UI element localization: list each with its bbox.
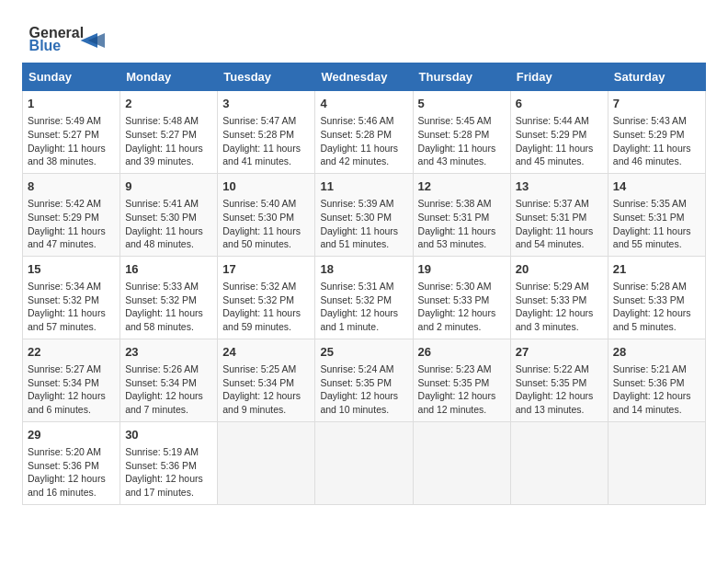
- week-row-3: 15Sunrise: 5:34 AMSunset: 5:32 PMDayligh…: [23, 256, 706, 339]
- day-number: 14: [613, 178, 700, 195]
- weekday-header-sunday: Sunday: [23, 63, 120, 91]
- calendar-cell: [315, 421, 413, 504]
- calendar-table: SundayMondayTuesdayWednesdayThursdayFrid…: [22, 63, 706, 505]
- cell-info: Sunrise: 5:34 AMSunset: 5:32 PMDaylight:…: [28, 280, 115, 334]
- calendar-cell: 18Sunrise: 5:31 AMSunset: 5:32 PMDayligh…: [315, 256, 413, 339]
- weekday-header-row: SundayMondayTuesdayWednesdayThursdayFrid…: [23, 63, 706, 91]
- weekday-header-friday: Friday: [510, 63, 608, 91]
- calendar-cell: 17Sunrise: 5:32 AMSunset: 5:32 PMDayligh…: [218, 256, 315, 339]
- cell-info: Sunrise: 5:37 AMSunset: 5:31 PMDaylight:…: [516, 197, 603, 251]
- day-number: 18: [320, 261, 407, 278]
- cell-info: Sunrise: 5:33 AMSunset: 5:32 PMDaylight:…: [125, 280, 212, 334]
- calendar-cell: 11Sunrise: 5:39 AMSunset: 5:30 PMDayligh…: [315, 173, 413, 256]
- calendar-cell: [413, 421, 510, 504]
- cell-info: Sunrise: 5:48 AMSunset: 5:27 PMDaylight:…: [125, 114, 212, 168]
- cell-info: Sunrise: 5:31 AMSunset: 5:32 PMDaylight:…: [320, 280, 407, 334]
- cell-info: Sunrise: 5:35 AMSunset: 5:31 PMDaylight:…: [613, 197, 700, 251]
- day-number: 17: [222, 261, 310, 278]
- day-number: 27: [516, 344, 603, 361]
- calendar-cell: 3Sunrise: 5:47 AMSunset: 5:28 PMDaylight…: [218, 91, 315, 174]
- day-number: 23: [125, 344, 212, 361]
- cell-info: Sunrise: 5:24 AMSunset: 5:35 PMDaylight:…: [320, 362, 407, 417]
- cell-info: Sunrise: 5:38 AMSunset: 5:31 PMDaylight:…: [418, 197, 506, 251]
- calendar-cell: 22Sunrise: 5:27 AMSunset: 5:34 PMDayligh…: [23, 339, 120, 421]
- header: General Blue: [22, 18, 706, 55]
- cell-info: Sunrise: 5:27 AMSunset: 5:34 PMDaylight:…: [28, 362, 115, 417]
- day-number: 26: [418, 344, 506, 361]
- calendar-cell: 1Sunrise: 5:49 AMSunset: 5:27 PMDaylight…: [23, 91, 120, 174]
- day-number: 7: [613, 96, 700, 112]
- weekday-header-monday: Monday: [120, 63, 218, 91]
- calendar-cell: 15Sunrise: 5:34 AMSunset: 5:32 PMDayligh…: [23, 256, 120, 339]
- calendar-cell: 25Sunrise: 5:24 AMSunset: 5:35 PMDayligh…: [315, 339, 413, 421]
- day-number: 13: [516, 178, 603, 195]
- calendar-cell: 21Sunrise: 5:28 AMSunset: 5:33 PMDayligh…: [608, 256, 705, 339]
- day-number: 3: [222, 96, 310, 112]
- cell-info: Sunrise: 5:43 AMSunset: 5:29 PMDaylight:…: [613, 114, 700, 168]
- cell-info: Sunrise: 5:40 AMSunset: 5:30 PMDaylight:…: [222, 197, 310, 251]
- cell-info: Sunrise: 5:26 AMSunset: 5:34 PMDaylight:…: [125, 362, 212, 417]
- day-number: 29: [28, 427, 115, 443]
- week-row-2: 8Sunrise: 5:42 AMSunset: 5:29 PMDaylight…: [23, 173, 706, 256]
- calendar-cell: [218, 421, 315, 504]
- logo: General Blue: [22, 18, 114, 55]
- svg-text:Blue: Blue: [29, 38, 62, 53]
- cell-info: Sunrise: 5:21 AMSunset: 5:36 PMDaylight:…: [613, 362, 700, 417]
- day-number: 21: [613, 261, 700, 278]
- calendar-cell: 10Sunrise: 5:40 AMSunset: 5:30 PMDayligh…: [218, 173, 315, 256]
- calendar-cell: 29Sunrise: 5:20 AMSunset: 5:36 PMDayligh…: [23, 421, 120, 504]
- calendar-cell: 2Sunrise: 5:48 AMSunset: 5:27 PMDaylight…: [120, 91, 218, 174]
- day-number: 9: [125, 178, 212, 195]
- cell-info: Sunrise: 5:44 AMSunset: 5:29 PMDaylight:…: [516, 114, 603, 168]
- day-number: 20: [516, 261, 603, 278]
- calendar-cell: [608, 421, 705, 504]
- calendar-cell: 19Sunrise: 5:30 AMSunset: 5:33 PMDayligh…: [413, 256, 510, 339]
- weekday-header-wednesday: Wednesday: [315, 63, 413, 91]
- calendar-cell: 27Sunrise: 5:22 AMSunset: 5:35 PMDayligh…: [510, 339, 608, 421]
- day-number: 25: [320, 344, 407, 361]
- day-number: 11: [320, 178, 407, 195]
- calendar-cell: 24Sunrise: 5:25 AMSunset: 5:34 PMDayligh…: [218, 339, 315, 421]
- calendar-cell: 26Sunrise: 5:23 AMSunset: 5:35 PMDayligh…: [413, 339, 510, 421]
- day-number: 15: [28, 261, 115, 278]
- cell-info: Sunrise: 5:19 AMSunset: 5:36 PMDaylight:…: [125, 445, 212, 500]
- cell-info: Sunrise: 5:47 AMSunset: 5:28 PMDaylight:…: [222, 114, 310, 168]
- day-number: 6: [516, 96, 603, 112]
- day-number: 2: [125, 96, 212, 112]
- weekday-header-saturday: Saturday: [608, 63, 705, 91]
- day-number: 1: [28, 96, 115, 112]
- calendar-cell: 16Sunrise: 5:33 AMSunset: 5:32 PMDayligh…: [120, 256, 218, 339]
- cell-info: Sunrise: 5:39 AMSunset: 5:30 PMDaylight:…: [320, 197, 407, 251]
- cell-info: Sunrise: 5:41 AMSunset: 5:30 PMDaylight:…: [125, 197, 212, 251]
- logo-svg: General Blue: [22, 18, 114, 55]
- calendar-cell: 12Sunrise: 5:38 AMSunset: 5:31 PMDayligh…: [413, 173, 510, 256]
- cell-info: Sunrise: 5:22 AMSunset: 5:35 PMDaylight:…: [516, 362, 603, 417]
- day-number: 19: [418, 261, 506, 278]
- calendar-cell: 5Sunrise: 5:45 AMSunset: 5:28 PMDaylight…: [413, 91, 510, 174]
- cell-info: Sunrise: 5:42 AMSunset: 5:29 PMDaylight:…: [28, 197, 115, 251]
- calendar-cell: 13Sunrise: 5:37 AMSunset: 5:31 PMDayligh…: [510, 173, 608, 256]
- calendar-cell: 6Sunrise: 5:44 AMSunset: 5:29 PMDaylight…: [510, 91, 608, 174]
- calendar-cell: 20Sunrise: 5:29 AMSunset: 5:33 PMDayligh…: [510, 256, 608, 339]
- calendar-cell: 23Sunrise: 5:26 AMSunset: 5:34 PMDayligh…: [120, 339, 218, 421]
- calendar-cell: [510, 421, 608, 504]
- week-row-5: 29Sunrise: 5:20 AMSunset: 5:36 PMDayligh…: [23, 421, 706, 504]
- day-number: 10: [222, 178, 310, 195]
- cell-info: Sunrise: 5:23 AMSunset: 5:35 PMDaylight:…: [418, 362, 506, 417]
- cell-info: Sunrise: 5:45 AMSunset: 5:28 PMDaylight:…: [418, 114, 506, 168]
- cell-info: Sunrise: 5:20 AMSunset: 5:36 PMDaylight:…: [28, 445, 115, 500]
- calendar-cell: 14Sunrise: 5:35 AMSunset: 5:31 PMDayligh…: [608, 173, 705, 256]
- weekday-header-tuesday: Tuesday: [218, 63, 315, 91]
- cell-info: Sunrise: 5:49 AMSunset: 5:27 PMDaylight:…: [28, 114, 115, 168]
- calendar-cell: 8Sunrise: 5:42 AMSunset: 5:29 PMDaylight…: [23, 173, 120, 256]
- day-number: 22: [28, 344, 115, 361]
- week-row-1: 1Sunrise: 5:49 AMSunset: 5:27 PMDaylight…: [23, 91, 706, 174]
- day-number: 30: [125, 427, 212, 443]
- day-number: 24: [222, 344, 310, 361]
- calendar-cell: 4Sunrise: 5:46 AMSunset: 5:28 PMDaylight…: [315, 91, 413, 174]
- day-number: 12: [418, 178, 506, 195]
- cell-info: Sunrise: 5:25 AMSunset: 5:34 PMDaylight:…: [222, 362, 310, 417]
- weekday-header-thursday: Thursday: [413, 63, 510, 91]
- week-row-4: 22Sunrise: 5:27 AMSunset: 5:34 PMDayligh…: [23, 339, 706, 421]
- calendar-cell: 30Sunrise: 5:19 AMSunset: 5:36 PMDayligh…: [120, 421, 218, 504]
